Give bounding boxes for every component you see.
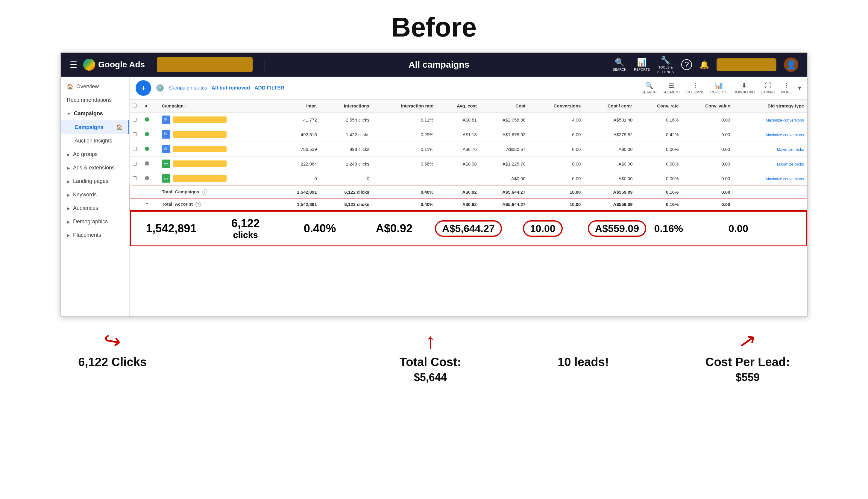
arrow-cpl-icon: ↗ [737, 327, 758, 354]
row1-conv-value: 0.00 [682, 112, 733, 127]
row5-conv-rate: 0.00% [636, 171, 682, 186]
tools-nav-btn[interactable]: 🔧 TOOLS &SETTINGS [657, 56, 674, 74]
summary-clicks-label: clicks [233, 230, 258, 240]
row5-status [142, 171, 159, 186]
table-row: ▭ 222,064 1,248 clicks 0.56% A$0.98 A$1,… [130, 157, 807, 171]
sidebar-campaigns-label: Campaigns [74, 124, 103, 131]
sidebar-item-landing-pages[interactable]: ▶ Landing pages [61, 174, 129, 188]
toolbar-columns-icon: ⋮ [692, 82, 699, 89]
home-small-icon: 🏠 [116, 124, 122, 131]
row3-status [142, 142, 159, 157]
help-circle-icon[interactable]: ? [195, 202, 201, 207]
row4-conversions: 0.00 [529, 157, 584, 171]
summary-conv-rate-val: 0.16% [654, 223, 683, 234]
header-conversions[interactable]: Conversions [529, 100, 584, 112]
row5-int-rate: — [372, 171, 436, 186]
filter-icon[interactable]: ⚙️ [156, 84, 164, 92]
total-cost-value: $5,644 [414, 371, 447, 384]
row2-checkbox[interactable] [130, 127, 142, 142]
toolbar-reports-btn[interactable]: 📊 REPORTS [710, 82, 728, 94]
nav-page-title-area: All campaigns [271, 60, 607, 70]
row3-checkbox[interactable] [130, 142, 142, 157]
help-circle-icon[interactable]: ? [202, 190, 207, 195]
header-interactions[interactable]: Interactions [320, 100, 372, 112]
search-campaign-icon: 🔍 [162, 130, 170, 138]
header-cost-conv[interactable]: Cost / conv. [584, 100, 635, 112]
row2-conv-rate: 0.42% [636, 127, 682, 142]
reports-nav-btn[interactable]: 📊 REPORTS [634, 58, 650, 72]
toolbar-download-icon: ⬇ [742, 82, 747, 89]
row5-interactions: 0 [320, 171, 372, 186]
reports-icon: 📊 [634, 58, 650, 67]
toolbar-segment-btn[interactable]: ☰ SEGMENT [663, 82, 680, 94]
row5-conv-value: 0.00 [682, 171, 733, 186]
sidebar-overview-label: Overview [76, 84, 99, 90]
sidebar-placements-label: Placements [73, 232, 101, 238]
header-int-rate[interactable]: Interaction rate [372, 100, 436, 112]
toolbar-download-btn[interactable]: ⬇ DOWNLOAD [734, 82, 755, 94]
chevron-down-icon[interactable]: ▾ [798, 84, 801, 92]
header-checkbox[interactable] [130, 100, 142, 112]
sidebar-item-ads-extensions[interactable]: ▶ Ads & extensions [61, 161, 129, 174]
toolbar-columns-btn[interactable]: ⋮ COLUMNS [686, 82, 704, 94]
sidebar-item-overview[interactable]: 🏠 Overview [61, 80, 129, 94]
add-filter-button[interactable]: ADD FILTER [254, 85, 284, 91]
total-campaigns-conv-rate: 0.16% [636, 186, 682, 198]
sidebar-item-keywords[interactable]: ▶ Keywords [61, 188, 129, 202]
sidebar-item-demographics[interactable]: ▶ Demographics [61, 215, 129, 228]
arrow-clicks-icon: ↩ [102, 327, 123, 354]
total-account-expand[interactable]: ⌃ [142, 198, 159, 210]
sidebar-item-recommendations[interactable]: Recommendations [61, 94, 129, 107]
sidebar-recommendations-label: Recommendations [67, 97, 112, 103]
header-conv-rate[interactable]: Conv. rate [636, 100, 682, 112]
select-all-checkbox[interactable] [133, 104, 137, 108]
notifications-nav-btn[interactable]: 🔔 [699, 60, 709, 70]
header-campaign[interactable]: Campaign ↕ [159, 100, 277, 112]
row5-bid-strategy: Maximize conversions [733, 171, 807, 186]
hamburger-menu[interactable]: ☰ [70, 60, 77, 70]
row4-checkbox[interactable] [130, 157, 142, 171]
sidebar-item-ad-groups[interactable]: ▶ Ad groups [61, 148, 129, 161]
sidebar-keywords-label: Keywords [73, 192, 97, 198]
annotation-cost-per-lead: ↗ Cost Per Lead: $559 [706, 329, 790, 384]
toolbar-expand-btn[interactable]: ⛶ EXPAND [761, 82, 775, 94]
sidebar-item-auction-insights[interactable]: Auction insights [61, 134, 129, 148]
sidebar-item-placements[interactable]: ▶ Placements [61, 228, 129, 242]
row1-cost: A$2,058.98 [480, 112, 529, 127]
toolbar-right-icons: 🔍 SEARCH ☰ SEGMENT ⋮ COLUMNS 📊 REPORTS [642, 82, 801, 94]
header-bid-strategy[interactable]: Bid strategy type [733, 100, 807, 112]
cpl-value: $559 [736, 371, 760, 384]
toolbar-search-btn[interactable]: 🔍 SEARCH [642, 82, 657, 94]
total-campaigns-interactions: 6,122 clicks [320, 186, 372, 198]
sidebar-item-campaigns-header[interactable]: ▼ Campaigns [61, 107, 129, 120]
home-icon: 🏠 [67, 83, 73, 90]
table-row: ▭ 0 0 — — A$0.00 0.00 A$0.00 0.00% [130, 171, 807, 186]
user-avatar[interactable]: 👤 [784, 58, 798, 72]
header-conv-value[interactable]: Conv. value [682, 100, 733, 112]
summary-rate-value: 0.40% [304, 222, 336, 235]
row3-avg-cost: A$0.76 [436, 142, 480, 157]
toolbar-more-btn[interactable]: ⋮ MORE [781, 82, 792, 94]
total-campaigns-row: Total: Campaigns ? 1,542,891 6,122 click… [130, 186, 807, 198]
summary-cost-circled: A$5,644.27 [435, 220, 502, 237]
search-nav-btn[interactable]: 🔍 SEARCH [613, 58, 626, 72]
header-avg-cost[interactable]: Avg. cost [436, 100, 480, 112]
campaign-name-blurred [173, 160, 227, 167]
cpl-label: Cost Per Lead: [706, 355, 790, 369]
row1-checkbox[interactable] [130, 112, 142, 127]
row4-conv-value: 0.00 [682, 157, 733, 171]
help-nav-btn[interactable]: ? [681, 59, 692, 70]
toolbar-columns-label: COLUMNS [686, 90, 704, 94]
campaign-name-blurred [173, 146, 227, 153]
row1-conv-rate: 0.16% [636, 112, 682, 127]
row5-checkbox[interactable] [130, 171, 142, 186]
add-button[interactable]: + [136, 80, 151, 96]
row4-cost: A$1,225.70 [480, 157, 529, 171]
sidebar-item-audiences[interactable]: ▶ Audiences [61, 202, 129, 215]
sidebar: 🏠 Overview Recommendations ▼ Campaigns C… [61, 77, 130, 316]
toolbar-segment-label: SEGMENT [663, 90, 680, 94]
sidebar-item-campaigns[interactable]: Campaigns 🏠 [61, 120, 129, 134]
header-cost[interactable]: Cost [480, 100, 529, 112]
header-impr[interactable]: Impr. [277, 100, 320, 112]
row4-impr: 222,064 [277, 157, 320, 171]
